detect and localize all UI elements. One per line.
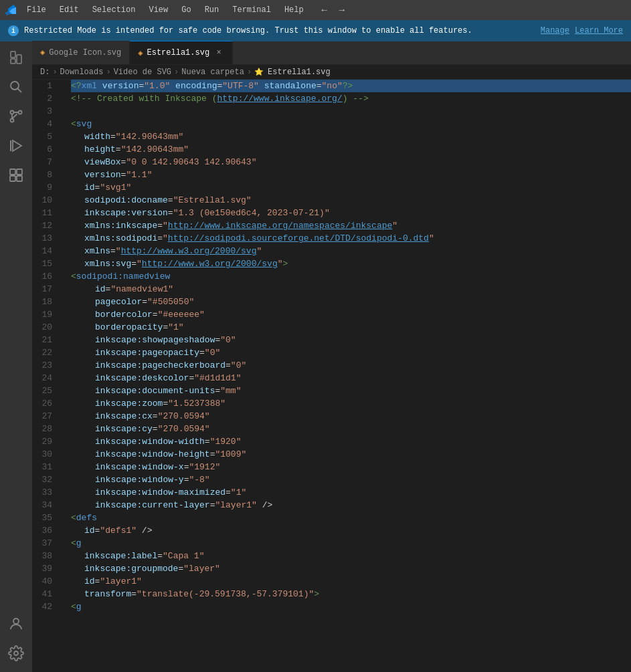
code-line-40: id="layer1" — [71, 575, 631, 588]
menu-selection[interactable]: Selection — [87, 4, 141, 16]
svg-marker-8 — [13, 140, 21, 151]
activity-extensions[interactable] — [3, 162, 29, 189]
ln-12: 12 — [32, 219, 60, 232]
breadcrumb-file[interactable]: Estrella1.svg — [268, 68, 331, 77]
svg-rect-10 — [10, 169, 15, 175]
svg-rect-12 — [10, 176, 15, 181]
tab-label-active: Estrella1.svg — [147, 48, 210, 58]
svg-point-15 — [14, 651, 18, 655]
activity-search[interactable] — [3, 74, 29, 100]
svg-point-3 — [11, 82, 19, 90]
code-line-21: inkscape:showpageshadow="0" — [71, 334, 631, 346]
menu-help[interactable]: Help — [279, 4, 309, 16]
code-line-36: id="defs1" /> — [71, 524, 631, 537]
ln-16: 16 — [32, 270, 60, 283]
search-bar[interactable] — [438, 3, 626, 17]
ln-27: 27 — [32, 410, 60, 423]
code-line-42: <g — [71, 600, 631, 613]
code-line-1: <?xml version="1.0" encoding="UTF-8" sta… — [71, 80, 631, 92]
ln-42: 42 — [32, 600, 60, 613]
activity-settings[interactable] — [3, 640, 29, 667]
code-line-20: borderopacity="1" — [71, 321, 631, 334]
breadcrumb-sep-4: › — [247, 68, 252, 77]
activity-account[interactable] — [3, 610, 29, 637]
code-line-18: pagecolor="#505050" — [71, 296, 631, 308]
ln-18: 18 — [32, 296, 60, 308]
code-line-33: inkscape:window-maximized="1" — [71, 486, 631, 499]
code-line-7: viewBox="0 0 142.90643 142.90643" — [71, 156, 631, 169]
learn-more-link[interactable]: Learn More — [575, 26, 623, 35]
nav-forward[interactable]: → — [335, 3, 349, 17]
breadcrumb-sep-3: › — [174, 68, 179, 77]
ln-35: 35 — [32, 512, 60, 524]
menu-run[interactable]: Run — [199, 4, 225, 16]
ln-39: 39 — [32, 562, 60, 575]
code-line-37: <g — [71, 537, 631, 550]
activity-git[interactable] — [3, 103, 29, 130]
code-line-8: version="1.1" — [71, 169, 631, 181]
info-icon: i — [8, 25, 19, 36]
nav-back[interactable]: ← — [317, 3, 332, 17]
ln-25: 25 — [32, 384, 60, 397]
svg-rect-13 — [17, 176, 22, 181]
ln-3: 3 — [32, 105, 60, 118]
menu-terminal[interactable]: Terminal — [227, 4, 276, 16]
code-line-24: inkscape:deskcolor="#d1d1d1" — [71, 372, 631, 384]
code-line-15: xmlns:svg="http://www.w3.org/2000/svg"> — [71, 257, 631, 270]
code-line-41: transform="translate(-29.591738,-57.3791… — [71, 588, 631, 600]
menu-view[interactable]: View — [143, 4, 173, 16]
svg-point-7 — [11, 111, 14, 114]
menu-go[interactable]: Go — [176, 4, 196, 16]
activity-explorer[interactable] — [3, 44, 29, 71]
editor-area: ◈ Google Icon.svg ◈ Estrella1.svg × D: ›… — [32, 41, 631, 672]
ln-13: 13 — [32, 232, 60, 245]
breadcrumb: D: › Downloads › Video de SVG › Nueva ca… — [32, 65, 631, 80]
ln-40: 40 — [32, 575, 60, 588]
tabs-bar: ◈ Google Icon.svg ◈ Estrella1.svg × — [32, 41, 631, 65]
tab-estrella[interactable]: ◈ Estrella1.svg × — [130, 41, 233, 64]
ln-26: 26 — [32, 397, 60, 410]
breadcrumb-video[interactable]: Video de SVG — [114, 68, 171, 77]
tab-label: Google Icon.svg — [49, 48, 121, 58]
breadcrumb-nueva[interactable]: Nueva carpeta — [181, 68, 244, 77]
code-line-34: inkscape:current-layer="layer1" /> — [71, 499, 631, 512]
ln-37: 37 — [32, 537, 60, 550]
code-line-32: inkscape:window-y="-8" — [71, 473, 631, 486]
code-editor[interactable]: 1 2 3 4 5 6 7 8 9 10 11 12 13 14 15 16 1… — [32, 80, 631, 672]
activity-run[interactable] — [3, 132, 29, 159]
ln-33: 33 — [32, 486, 60, 499]
menu-file[interactable]: File — [21, 4, 52, 16]
svg-point-14 — [13, 619, 19, 624]
activity-bar — [0, 41, 32, 672]
manage-link[interactable]: Manage — [541, 26, 569, 35]
ln-10: 10 — [32, 194, 60, 207]
ln-31: 31 — [32, 461, 60, 473]
code-line-26: inkscape:zoom="1.5237388" — [71, 397, 631, 410]
tab-close-btn[interactable]: × — [213, 47, 224, 58]
ln-34: 34 — [32, 499, 60, 512]
code-content[interactable]: <?xml version="1.0" encoding="UTF-8" sta… — [66, 80, 631, 672]
svg-rect-0 — [11, 51, 15, 58]
code-line-6: height="142.90643mm" — [71, 143, 631, 156]
ln-17: 17 — [32, 283, 60, 296]
breadcrumb-sep-2: › — [106, 68, 110, 77]
breadcrumb-drive[interactable]: D: — [40, 68, 50, 77]
ln-7: 7 — [32, 156, 60, 169]
tab-google-icon[interactable]: ◈ Google Icon.svg — [32, 41, 130, 64]
ln-38: 38 — [32, 550, 60, 562]
code-line-17: id="namedview1" — [71, 283, 631, 296]
code-line-35: <defs — [71, 512, 631, 524]
ln-14: 14 — [32, 245, 60, 257]
svg-rect-2 — [11, 59, 15, 64]
tab-svg-icon-active: ◈ — [138, 48, 143, 58]
ln-8: 8 — [32, 169, 60, 181]
breadcrumb-downloads[interactable]: Downloads — [60, 68, 104, 77]
ln-22: 22 — [32, 346, 60, 359]
ln-6: 6 — [32, 143, 60, 156]
code-line-19: bordercolor="#eeeeee" — [71, 308, 631, 321]
svg-point-6 — [19, 111, 22, 114]
code-line-12: xmlns:inkscape="http://www.inkscape.org/… — [71, 219, 631, 232]
menu-bar: File Edit Selection View Go Run Terminal… — [21, 4, 309, 16]
menu-edit[interactable]: Edit — [54, 4, 84, 16]
code-line-23: inkscape:pagecheckerboard="0" — [71, 359, 631, 372]
